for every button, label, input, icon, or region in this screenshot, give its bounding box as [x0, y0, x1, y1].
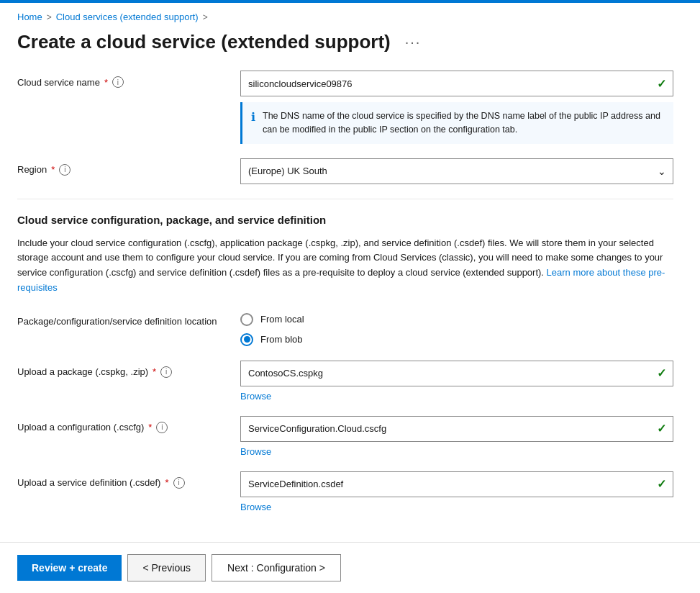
- region-label: Region * i: [17, 158, 240, 176]
- cloud-service-name-info-text: The DNS name of the cloud service is spe…: [263, 109, 665, 137]
- service-definition-browse-link[interactable]: Browse: [240, 502, 673, 512]
- breadcrumb-sep1: >: [47, 12, 52, 22]
- radio-from-local-outer: [240, 313, 253, 326]
- location-control: From local From blob: [240, 310, 673, 346]
- radio-from-local[interactable]: From local: [240, 313, 673, 326]
- configuration-check-icon: ✓: [657, 422, 666, 435]
- service-definition-label: Upload a service definition (.csdef) * i: [17, 471, 240, 489]
- next-button[interactable]: Next : Configuration >: [212, 554, 341, 581]
- breadcrumb-home[interactable]: Home: [17, 12, 42, 22]
- service-definition-info-icon[interactable]: i: [173, 477, 185, 489]
- breadcrumb-cloud-services[interactable]: Cloud services (extended support): [56, 12, 199, 22]
- location-row: Package/configuration/service definition…: [17, 310, 673, 346]
- package-input[interactable]: [240, 361, 673, 386]
- section-title: Cloud service configuration, package, an…: [17, 214, 673, 226]
- cloud-service-name-check-icon: ✓: [657, 77, 666, 91]
- previous-button[interactable]: < Previous: [127, 554, 206, 581]
- configuration-info-icon[interactable]: i: [156, 422, 168, 433]
- configuration-browse-link[interactable]: Browse: [240, 446, 673, 457]
- region-select[interactable]: (Europe) UK South (Europe) UK West (US) …: [240, 158, 673, 184]
- cloud-service-name-input[interactable]: [240, 71, 673, 96]
- configuration-row: Upload a configuration (.cscfg) * i ✓ Br…: [17, 416, 673, 457]
- service-definition-control: ✓ Browse: [240, 471, 673, 512]
- package-row: Upload a package (.cspkg, .zip) * i ✓ Br…: [17, 361, 673, 402]
- service-definition-row: Upload a service definition (.csdef) * i…: [17, 471, 673, 512]
- location-label: Package/configuration/service definition…: [17, 310, 240, 327]
- package-check-icon: ✓: [657, 366, 666, 380]
- configuration-control: ✓ Browse: [240, 416, 673, 457]
- configuration-input[interactable]: [240, 416, 673, 442]
- radio-from-blob[interactable]: From blob: [240, 333, 673, 346]
- configuration-input-wrap: ✓: [240, 416, 673, 442]
- configuration-label: Upload a configuration (.cscfg) * i: [17, 416, 240, 433]
- radio-from-blob-inner: [244, 336, 250, 343]
- package-control: ✓ Browse: [240, 361, 673, 402]
- service-definition-input-wrap: ✓: [240, 471, 673, 497]
- ellipsis-button[interactable]: ···: [399, 31, 427, 53]
- radio-from-local-label: From local: [260, 314, 304, 325]
- region-control: (Europe) UK South (Europe) UK West (US) …: [240, 158, 673, 184]
- divider: [17, 199, 673, 199]
- cloud-service-name-row: Cloud service name * i ✓ ℹ The DNS name …: [17, 71, 673, 144]
- cloud-service-name-input-wrap: ✓: [240, 71, 673, 96]
- review-create-button[interactable]: Review + create: [17, 555, 122, 581]
- location-radio-group: From local From blob: [240, 310, 673, 346]
- package-label: Upload a package (.cspkg, .zip) * i: [17, 361, 240, 378]
- region-select-wrap: (Europe) UK South (Europe) UK West (US) …: [240, 158, 673, 184]
- breadcrumb-sep2: >: [203, 12, 208, 22]
- package-input-wrap: ✓: [240, 361, 673, 386]
- page-header: Create a cloud service (extended support…: [0, 28, 700, 65]
- main-content: Cloud service name * i ✓ ℹ The DNS name …: [0, 65, 691, 593]
- cloud-service-name-info-box: ℹ The DNS name of the cloud service is s…: [240, 102, 673, 144]
- package-browse-link[interactable]: Browse: [240, 391, 673, 402]
- cloud-service-name-label: Cloud service name * i: [17, 71, 240, 88]
- service-definition-check-icon: ✓: [657, 477, 666, 491]
- radio-from-blob-label: From blob: [260, 334, 303, 345]
- cloud-service-name-info-icon[interactable]: i: [112, 76, 124, 88]
- region-info-icon[interactable]: i: [59, 164, 71, 176]
- package-info-icon[interactable]: i: [160, 366, 172, 378]
- info-circle-icon: ℹ: [251, 110, 255, 137]
- breadcrumb: Home > Cloud services (extended support)…: [0, 3, 700, 28]
- footer: Review + create < Previous Next : Config…: [0, 542, 700, 593]
- radio-from-blob-outer: [240, 333, 253, 346]
- region-row: Region * i (Europe) UK South (Europe) UK…: [17, 158, 673, 184]
- description-text: Include your cloud service configuration…: [17, 236, 673, 296]
- service-definition-input[interactable]: [240, 471, 673, 497]
- cloud-service-name-control: ✓ ℹ The DNS name of the cloud service is…: [240, 71, 673, 144]
- page-title: Create a cloud service (extended support…: [17, 31, 391, 53]
